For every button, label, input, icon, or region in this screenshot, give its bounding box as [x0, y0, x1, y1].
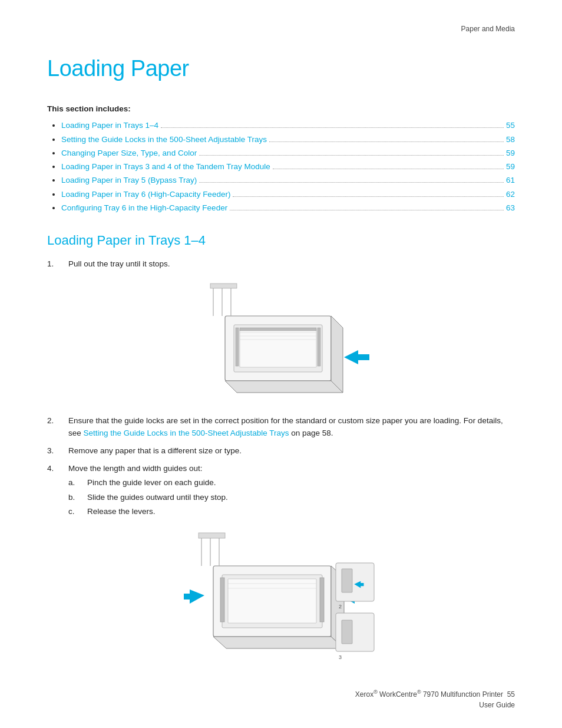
- sub-steps-list: a. Pinch the guide lever on each guide. …: [68, 477, 515, 518]
- toc-list: Loading Paper in Trays 1–4 55 Setting th…: [47, 120, 515, 214]
- toc-page-4: 59: [506, 161, 515, 173]
- footer-workcentre: WorkCentre: [378, 690, 417, 699]
- toc-dots-5: [199, 182, 504, 183]
- step-1-num: 1.: [47, 258, 68, 270]
- footer-xerox: Xerox: [355, 690, 373, 699]
- svg-rect-24: [320, 578, 324, 622]
- diagram-guides: 2 3: [184, 531, 378, 660]
- intro-label: This section includes:: [47, 103, 515, 115]
- svg-rect-23: [220, 578, 224, 622]
- step-3-text: Remove any paper that is a different siz…: [68, 445, 515, 457]
- steps-list: 1. Pull out the tray until it stops.: [47, 258, 515, 270]
- svg-rect-10: [240, 328, 316, 331]
- page-header: Paper and Media: [47, 24, 515, 34]
- substep-b-alpha: b.: [68, 492, 87, 503]
- step-2-num: 2.: [47, 415, 68, 439]
- substep-b-text: Slide the guides outward until they stop…: [87, 492, 228, 503]
- guides-diagram-svg: 2 3: [184, 531, 378, 660]
- step-1: 1. Pull out the tray until it stops.: [47, 258, 515, 270]
- toc-dots-1: [161, 127, 504, 128]
- toc-link-7[interactable]: Configuring Tray 6 in the High-Capacity …: [61, 202, 227, 214]
- svg-marker-1: [225, 381, 343, 393]
- toc-item-6: Loading Paper in Tray 6 (High-Capacity F…: [61, 189, 515, 200]
- toc-link-2[interactable]: Setting the Guide Locks in the 500-Sheet…: [61, 134, 267, 146]
- svg-rect-36: [342, 620, 352, 644]
- toc-link-5[interactable]: Loading Paper in Tray 5 (Bypass Tray): [61, 174, 197, 186]
- substep-b: b. Slide the guides outward until they s…: [68, 492, 515, 503]
- substep-c-alpha: c.: [68, 506, 87, 518]
- svg-rect-9: [318, 328, 320, 366]
- substep-a-text: Pinch the guide lever on each guide.: [87, 477, 216, 489]
- toc-item-4: Loading Paper in Trays 3 and 4 of the Ta…: [61, 161, 515, 173]
- svg-rect-20: [228, 579, 316, 623]
- figure-1-tray-pullout: [47, 281, 515, 404]
- toc-page-7: 63: [506, 202, 515, 214]
- toc-dots-7: [230, 210, 504, 210]
- page-footer: Xerox® WorkCentre® 7970 Multifunction Pr…: [0, 689, 562, 710]
- toc-dots-3: [199, 155, 504, 156]
- substep-c-text: Release the levers.: [87, 506, 156, 518]
- toc-page-3: 59: [506, 147, 515, 159]
- toc-item-1: Loading Paper in Trays 1–4 55: [61, 120, 515, 131]
- page-title: Loading Paper: [47, 52, 515, 85]
- toc-dots-4: [273, 169, 504, 169]
- toc-item-2: Setting the Guide Locks in the 500-Sheet…: [61, 134, 515, 146]
- footer-product-line: Xerox® WorkCentre® 7970 Multifunction Pr…: [355, 689, 515, 700]
- footer-guide: User Guide: [355, 700, 515, 710]
- toc-page-6: 62: [506, 189, 515, 200]
- step-4: 4. Move the length and width guides out:…: [47, 463, 515, 520]
- svg-marker-17: [213, 637, 344, 648]
- section1-heading: Loading Paper in Trays 1–4: [47, 230, 515, 250]
- toc-item-3: Changing Paper Size, Type, and Color 59: [61, 147, 515, 159]
- substep-a: a. Pinch the guide lever on each guide.: [68, 477, 515, 489]
- substep-c: c. Release the levers.: [68, 506, 515, 518]
- toc-dots-2: [269, 141, 504, 142]
- step-4-num: 4.: [47, 463, 68, 520]
- step-2-content: Ensure that the guide locks are set in t…: [68, 415, 515, 439]
- svg-rect-14: [210, 284, 237, 288]
- step-2-text2: on page 58.: [289, 429, 333, 437]
- svg-rect-32: [342, 569, 352, 592]
- steps-list-2: 2. Ensure that the guide locks are set i…: [47, 415, 515, 520]
- step-3-num: 3.: [47, 445, 68, 457]
- figure-2-guides: 2 3: [47, 531, 515, 660]
- header-section-label: Paper and Media: [461, 25, 515, 33]
- step-4-text: Move the length and width guides out:: [68, 464, 202, 473]
- footer-right: Xerox® WorkCentre® 7970 Multifunction Pr…: [355, 689, 515, 710]
- svg-text:3: 3: [339, 654, 342, 660]
- substep-a-alpha: a.: [68, 477, 87, 489]
- footer-model2: 7970 Multifunction Printer: [421, 690, 503, 699]
- toc-link-4[interactable]: Loading Paper in Trays 3 and 4 of the Ta…: [61, 161, 270, 173]
- svg-marker-2: [331, 316, 343, 393]
- toc-item-5: Loading Paper in Tray 5 (Bypass Tray) 61: [61, 174, 515, 186]
- step-4-content: Move the length and width guides out: a.…: [68, 463, 515, 520]
- svg-marker-15: [344, 350, 369, 364]
- toc-link-3[interactable]: Changing Paper Size, Type, and Color: [61, 147, 197, 159]
- step-1-text: Pull out the tray until it stops.: [68, 258, 515, 270]
- toc-link-1[interactable]: Loading Paper in Trays 1–4: [61, 120, 158, 131]
- footer-pagenum: 55: [507, 690, 515, 699]
- tray-diagram-svg: [190, 281, 372, 404]
- footer-reg1: ®: [373, 689, 378, 695]
- svg-rect-8: [236, 328, 239, 366]
- toc-dots-6: [233, 196, 504, 197]
- toc-page-2: 58: [506, 134, 515, 146]
- diagram-tray: [190, 281, 372, 404]
- footer-reg2: ®: [417, 689, 421, 695]
- svg-rect-4: [240, 329, 316, 367]
- svg-rect-28: [199, 533, 225, 538]
- svg-text:2: 2: [339, 604, 342, 610]
- toc-page-1: 55: [506, 120, 515, 131]
- step-2: 2. Ensure that the guide locks are set i…: [47, 415, 515, 439]
- step-2-link[interactable]: Setting the Guide Locks in the 500-Sheet…: [84, 429, 289, 437]
- toc-page-5: 61: [506, 174, 515, 186]
- toc-link-6[interactable]: Loading Paper in Tray 6 (High-Capacity F…: [61, 189, 230, 200]
- page: Paper and Media Loading Paper This secti…: [0, 0, 562, 728]
- toc-item-7: Configuring Tray 6 in the High-Capacity …: [61, 202, 515, 214]
- step-3: 3. Remove any paper that is a different …: [47, 445, 515, 457]
- svg-marker-29: [184, 589, 204, 604]
